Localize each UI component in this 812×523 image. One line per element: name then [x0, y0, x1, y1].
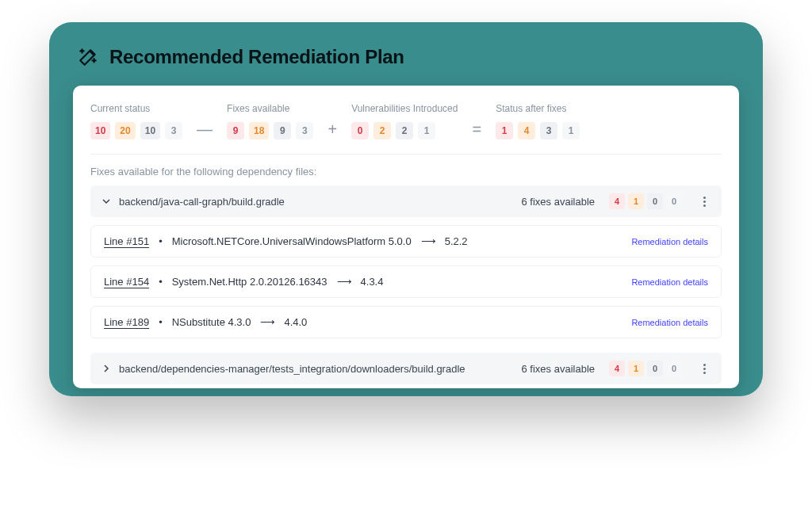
severity-chip-row: 91893	[227, 122, 313, 139]
magic-wand-icon	[78, 47, 98, 67]
chevron-down-icon	[102, 197, 111, 206]
severity-chip-critical: 1	[496, 122, 513, 139]
bullet-icon: •	[159, 316, 163, 328]
severity-chip-critical: 0	[351, 122, 369, 139]
fix-row: Line #151•Microsoft.NETCore.UniversalWin…	[90, 225, 722, 258]
severity-chip-row: 0221	[351, 122, 458, 139]
status-block: Fixes available91893	[227, 103, 313, 139]
fix-row: Line #189•NSubstitute 4.3.0⟶4.4.0Remedia…	[90, 306, 722, 338]
operator: +	[327, 120, 337, 139]
remediation-details-link[interactable]: Remediation details	[631, 318, 708, 327]
status-label: Fixes available	[227, 103, 313, 114]
arrow-right-icon: ⟶	[421, 235, 435, 247]
target-version: 4.4.0	[284, 316, 307, 328]
line-reference[interactable]: Line #154	[104, 276, 149, 288]
package-name: Microsoft.NETCore.UniversalWindowsPlatfo…	[172, 235, 412, 247]
remediation-panel: Current status1020103—Fixes available918…	[73, 86, 739, 388]
status-label: Vulnerabilities Introduced	[351, 103, 458, 114]
severity-chip-high: 1	[628, 361, 644, 376]
severity-chip-low: 0	[666, 361, 682, 376]
page-title: Recommended Remediation Plan	[109, 46, 404, 68]
severity-chip-low: 1	[418, 122, 435, 139]
chevron-right-icon	[102, 364, 111, 373]
remediation-card: Recommended Remediation Plan Current sta…	[49, 22, 763, 396]
line-reference[interactable]: Line #151	[104, 235, 149, 247]
file-path: backend/dependencies-manager/tests_integ…	[119, 363, 514, 375]
status-label: Status after fixes	[496, 103, 580, 114]
severity-chip-row: 4100	[609, 361, 682, 376]
status-label: Current status	[90, 103, 182, 114]
remediation-details-link[interactable]: Remediation details	[631, 237, 708, 246]
arrow-right-icon: ⟶	[260, 316, 274, 328]
severity-chip-low: 3	[165, 122, 182, 139]
file-group-header[interactable]: backend/dependencies-manager/tests_integ…	[90, 353, 722, 384]
fixes-count: 6 fixes available	[522, 363, 596, 375]
severity-chip-medium: 9	[274, 122, 291, 139]
severity-chip-medium: 3	[540, 122, 557, 139]
severity-chip-medium: 0	[647, 361, 663, 376]
severity-chip-high: 18	[249, 122, 269, 139]
file-group-header[interactable]: backend/java-call-graph/build.gradle6 fi…	[90, 185, 722, 217]
severity-chip-critical: 4	[609, 361, 625, 376]
operator: =	[472, 120, 481, 139]
line-reference[interactable]: Line #189	[104, 316, 149, 328]
header-row: Recommended Remediation Plan	[73, 46, 739, 68]
severity-chip-critical: 10	[90, 122, 110, 139]
severity-chip-row: 1431	[496, 122, 580, 139]
bullet-icon: •	[159, 235, 163, 247]
fix-row: Line #154•System.Net.Http 2.0.20126.1634…	[90, 265, 722, 298]
target-version: 5.2.2	[445, 235, 468, 247]
severity-chip-low: 3	[296, 122, 313, 139]
severity-chip-high: 4	[518, 122, 535, 139]
severity-chip-high: 1	[628, 193, 644, 209]
target-version: 4.3.4	[361, 276, 384, 288]
status-block: Current status1020103	[90, 103, 182, 139]
package-name: System.Net.Http 2.0.20126.16343	[172, 276, 327, 288]
overflow-menu-icon[interactable]	[698, 364, 710, 374]
arrow-right-icon: ⟶	[337, 276, 351, 288]
severity-chip-low: 0	[666, 193, 682, 209]
status-block: Status after fixes1431	[496, 103, 580, 139]
severity-chip-high: 2	[373, 122, 391, 139]
section-caption: Fixes available for the following depend…	[90, 166, 722, 178]
status-block: Vulnerabilities Introduced0221	[351, 103, 458, 139]
file-path: backend/java-call-graph/build.gradle	[119, 196, 514, 208]
operator: —	[197, 120, 213, 139]
status-summary: Current status1020103—Fixes available918…	[90, 100, 722, 155]
severity-chip-medium: 0	[647, 193, 663, 209]
overflow-menu-icon[interactable]	[698, 197, 710, 207]
fixes-count: 6 fixes available	[522, 196, 596, 208]
severity-chip-row: 1020103	[90, 122, 182, 139]
severity-chip-low: 1	[562, 122, 580, 139]
severity-chip-critical: 9	[227, 122, 244, 139]
severity-chip-medium: 10	[140, 122, 160, 139]
remediation-details-link[interactable]: Remediation details	[631, 277, 708, 287]
severity-chip-critical: 4	[609, 193, 625, 209]
severity-chip-row: 4100	[609, 193, 682, 209]
bullet-icon: •	[159, 276, 163, 288]
package-name: NSubstitute 4.3.0	[172, 316, 251, 328]
severity-chip-high: 20	[115, 122, 135, 139]
severity-chip-medium: 2	[396, 122, 413, 139]
